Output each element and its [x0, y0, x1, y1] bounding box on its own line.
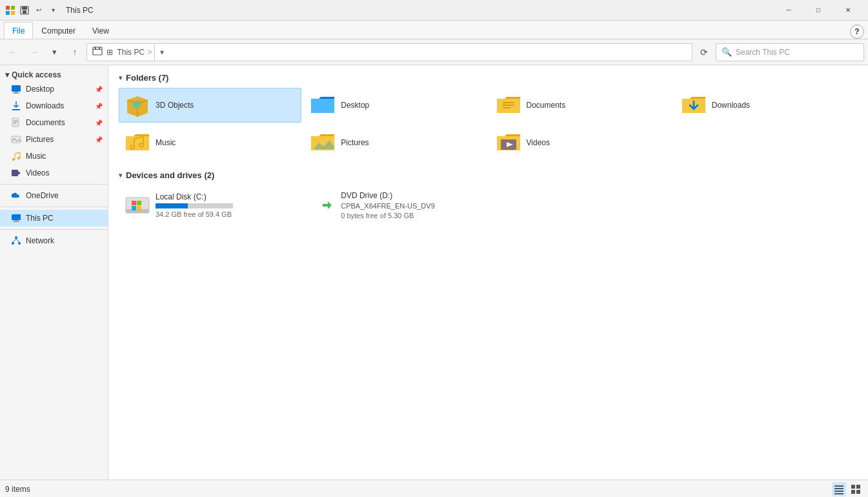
- recent-button[interactable]: ▾: [45, 43, 63, 61]
- back-button[interactable]: ←: [4, 43, 22, 61]
- folder-item-desktop[interactable]: Desktop: [304, 88, 487, 123]
- folder-documents-icon: [496, 92, 521, 118]
- view-large-icons-button[interactable]: [849, 482, 863, 496]
- undo-icon[interactable]: ↩: [34, 5, 44, 15]
- sidebar-item-desktop[interactable]: Desktop 📌: [0, 81, 108, 97]
- refresh-button[interactable]: ⟳: [695, 43, 713, 61]
- forward-button[interactable]: →: [25, 43, 43, 61]
- svg-rect-44: [137, 206, 141, 210]
- onedrive-icon: [10, 190, 22, 201]
- svg-point-29: [18, 242, 21, 245]
- main-layout: ▾ Quick access Desktop 📌 Downloads 📌 Doc…: [0, 65, 868, 480]
- sidebar-item-downloads[interactable]: Downloads 📌: [0, 97, 108, 114]
- svg-point-27: [15, 236, 17, 239]
- folder-item-videos[interactable]: Videos: [490, 125, 672, 160]
- titlebar-controls: ─ □ ✕: [774, 0, 863, 21]
- sidebar-videos-label: Videos: [26, 168, 49, 178]
- folder-documents-label: Documents: [527, 101, 566, 110]
- sidebar-onedrive-label: OneDrive: [26, 191, 59, 200]
- address-dropdown[interactable]: ▾: [154, 43, 168, 61]
- drive-c-size: 34.2 GB free of 59.4 GB: [156, 210, 233, 218]
- downloads-icon: [10, 100, 22, 112]
- save-icon[interactable]: [19, 5, 30, 15]
- statusbar-view-controls: [832, 482, 863, 496]
- svg-rect-13: [13, 93, 19, 94]
- sidebar-item-videos[interactable]: Videos: [0, 165, 108, 181]
- tab-computer[interactable]: Computer: [33, 22, 84, 39]
- folder-videos-icon: [496, 130, 521, 156]
- address-crumb-this-pc: ⊞ This PC: [106, 48, 145, 57]
- folder-item-3d-objects[interactable]: 3D Objects: [119, 88, 301, 123]
- titlebar: ↩ ▾ This PC ─ □ ✕: [0, 0, 868, 21]
- content-area: ▾ Folders (7) 3D Objects: [108, 65, 868, 480]
- view-details-button[interactable]: [832, 482, 846, 496]
- folder-item-music[interactable]: Music: [119, 125, 301, 160]
- sidebar-documents-label: Documents: [26, 118, 65, 127]
- svg-marker-23: [18, 171, 21, 175]
- sidebar-downloads-label: Downloads: [26, 101, 64, 110]
- svg-rect-41: [132, 201, 136, 205]
- drives-section-label: Devices and drives (2): [126, 170, 214, 180]
- statusbar: 9 items: [0, 480, 868, 497]
- address-bar[interactable]: ⊞ This PC > ▾: [86, 43, 692, 61]
- svg-rect-12: [14, 92, 18, 93]
- svg-rect-50: [834, 488, 843, 489]
- svg-line-30: [13, 239, 16, 242]
- windows-icon: [5, 5, 15, 15]
- svg-rect-1: [11, 6, 15, 10]
- titlebar-icons: ↩ ▾: [5, 5, 58, 15]
- svg-rect-53: [851, 485, 855, 489]
- sidebar-item-network[interactable]: Network: [0, 232, 108, 249]
- sidebar-section-quick-access[interactable]: ▾ Quick access: [0, 68, 108, 81]
- svg-line-31: [16, 239, 19, 242]
- address-icon: [92, 46, 103, 58]
- folder-pictures-icon: [310, 130, 336, 156]
- svg-rect-6: [23, 10, 26, 14]
- svg-rect-8: [93, 49, 102, 50]
- folder-3d-objects-icon: [125, 92, 150, 118]
- status-items-count: 9 items: [5, 485, 30, 494]
- drives-section-header[interactable]: ▾ Devices and drives (2): [119, 170, 858, 180]
- up-button[interactable]: ↑: [66, 43, 84, 61]
- sidebar-music-label: Music: [26, 152, 46, 161]
- folder-downloads-icon: [681, 92, 707, 118]
- svg-rect-34: [503, 105, 514, 106]
- sidebar-item-music[interactable]: Music: [0, 148, 108, 165]
- search-box[interactable]: 🔍 Search This PC: [716, 43, 864, 61]
- svg-rect-56: [856, 490, 860, 494]
- folder-item-pictures[interactable]: Pictures: [304, 125, 487, 160]
- drive-item-d[interactable]: DVD Drive (D:) CPBA_X64FRE_EN-US_DV9 0 b…: [304, 185, 487, 225]
- dropdown-icon[interactable]: ▾: [48, 5, 58, 15]
- tab-file[interactable]: File: [4, 22, 33, 39]
- sidebar-pictures-label: Pictures: [26, 135, 54, 144]
- folders-section-header[interactable]: ▾ Folders (7): [119, 73, 858, 83]
- svg-rect-11: [12, 85, 21, 92]
- sidebar-item-onedrive[interactable]: OneDrive: [0, 187, 108, 204]
- drives-chevron: ▾: [119, 172, 122, 179]
- this-pc-icon: [10, 212, 22, 224]
- maximize-button[interactable]: □: [803, 0, 833, 21]
- svg-rect-25: [14, 220, 19, 221]
- folder-desktop-icon: [310, 92, 336, 118]
- folder-item-documents[interactable]: Documents: [490, 88, 672, 123]
- sidebar-item-this-pc[interactable]: This PC: [0, 210, 108, 227]
- minimize-button[interactable]: ─: [774, 0, 803, 21]
- sidebar-divider-1: [0, 184, 108, 185]
- downloads-pin-icon: 📌: [95, 103, 103, 110]
- addressbar: ← → ▾ ↑ ⊞ This PC > ▾ ⟳ 🔍 Search This PC: [0, 39, 868, 65]
- folder-pictures-label: Pictures: [341, 138, 368, 147]
- svg-rect-2: [6, 11, 10, 15]
- search-icon: 🔍: [722, 47, 732, 57]
- sidebar-item-pictures[interactable]: Pictures 📌: [0, 131, 108, 148]
- drive-item-c[interactable]: Local Disk (C:) 34.2 GB free of 59.4 GB: [119, 185, 301, 225]
- pictures-icon: [10, 134, 22, 145]
- close-button[interactable]: ✕: [833, 0, 863, 21]
- svg-rect-35: [503, 107, 510, 108]
- sidebar-network-label: Network: [26, 236, 54, 245]
- help-button[interactable]: ?: [850, 25, 864, 39]
- desktop-icon: [10, 83, 22, 95]
- folder-item-downloads[interactable]: Downloads: [675, 88, 858, 123]
- sidebar-item-documents[interactable]: Documents 📌: [0, 114, 108, 131]
- svg-rect-10: [99, 47, 100, 50]
- tab-view[interactable]: View: [84, 22, 117, 39]
